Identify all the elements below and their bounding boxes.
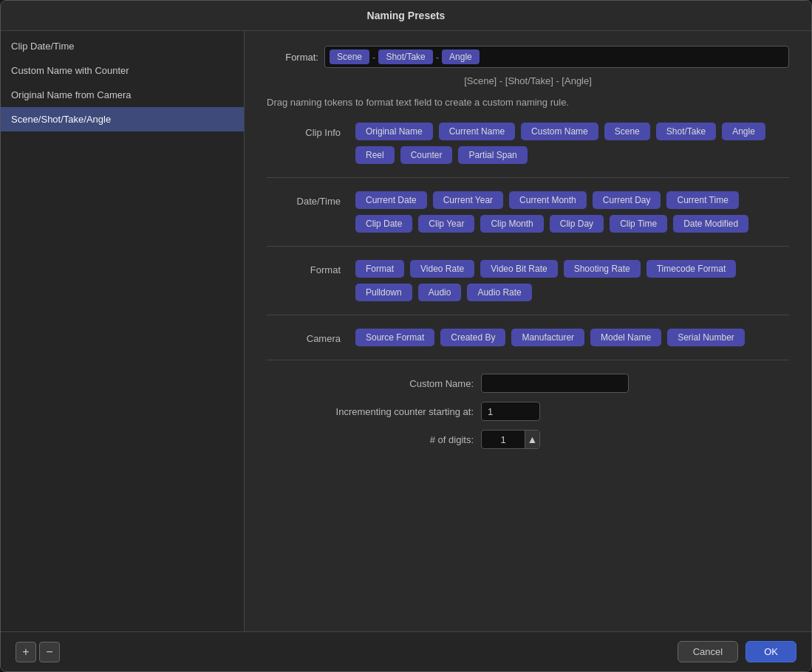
format-bar[interactable]: Scene - Shot/Take - Angle [324,46,789,68]
token-current-year[interactable]: Current Year [433,191,503,209]
sidebar-item-custom-name-counter[interactable]: Custom Name with Counter [1,58,244,83]
remove-preset-button[interactable]: − [39,642,60,662]
sidebar: Clip Date/TimeCustom Name with CounterOr… [1,31,245,631]
drag-hint: Drag naming tokens to format text field … [267,97,789,108]
format-section-label: Format [267,260,355,275]
camera-section: Camera Source Format Created By Manufact… [267,329,789,346]
counter-row: Incrementing counter starting at: [267,402,789,421]
date-time-tokens: Current Date Current Year Current Month … [355,191,789,233]
token-pulldown[interactable]: Pulldown [355,284,412,301]
token-serial-number[interactable]: Serial Number [667,329,745,346]
camera-label: Camera [267,329,355,344]
sidebar-item-original-name-camera[interactable]: Original Name from Camera [1,83,244,107]
token-current-time[interactable]: Current Time [666,191,738,209]
clip-info-tokens: Original Name Current Name Custom Name S… [355,123,789,164]
digits-label: # of digits: [267,434,474,445]
format-token-scene[interactable]: Scene [330,49,369,64]
token-source-format[interactable]: Source Format [355,329,434,346]
digits-stepper-up[interactable]: ▲ [525,431,539,448]
token-current-name[interactable]: Current Name [439,123,515,140]
format-sep-2: - [436,52,439,63]
token-audio-rate[interactable]: Audio Rate [467,284,531,301]
token-clip-date[interactable]: Clip Date [355,215,412,233]
divider-4 [267,360,789,360]
bottom-fields: Custom Name: Incrementing counter starti… [267,374,789,449]
counter-input[interactable] [481,402,540,421]
format-token-angle[interactable]: Angle [442,49,480,64]
add-preset-button[interactable]: + [16,642,36,662]
format-token-shottake[interactable]: Shot/Take [378,49,432,64]
token-custom-name[interactable]: Custom Name [521,123,598,140]
token-manufacturer[interactable]: Manufacturer [511,329,584,346]
camera-tokens: Source Format Created By Manufacturer Mo… [355,329,789,346]
footer-left: + − [16,642,60,662]
token-counter[interactable]: Counter [400,146,453,164]
naming-presets-dialog: Naming Presets Clip Date/TimeCustom Name… [0,0,812,672]
format-row: Format: Scene - Shot/Take - Angle [267,46,789,68]
token-current-day[interactable]: Current Day [593,191,661,209]
divider-1 [267,177,789,178]
main-panel: Format: Scene - Shot/Take - Angle [Scene… [245,31,811,631]
token-date-modified[interactable]: Date Modified [673,215,748,233]
token-reel[interactable]: Reel [355,146,395,164]
digits-value: 1 [482,434,525,445]
token-audio[interactable]: Audio [418,284,462,301]
token-video-rate[interactable]: Video Rate [410,260,474,278]
token-scene[interactable]: Scene [604,123,650,140]
format-tokens: Format Video Rate Video Bit Rate Shootin… [355,260,789,301]
token-clip-year[interactable]: Clip Year [418,215,474,233]
date-time-section: Date/Time Current Date Current Year Curr… [267,191,789,233]
footer-right: Cancel OK [678,641,796,662]
token-model-name[interactable]: Model Name [590,329,661,346]
token-clip-month[interactable]: Clip Month [480,215,543,233]
token-timecode-format[interactable]: Timecode Format [646,260,737,278]
ok-button[interactable]: OK [746,641,796,662]
divider-2 [267,246,789,247]
custom-name-label: Custom Name: [267,378,474,389]
sidebar-item-clip-date-time[interactable]: Clip Date/Time [1,34,244,58]
token-shooting-rate[interactable]: Shooting Rate [564,260,641,278]
sidebar-item-scene-shot-take-angle[interactable]: Scene/Shot/Take/Angle [1,107,244,131]
token-video-bit-rate[interactable]: Video Bit Rate [480,260,558,278]
token-shot-take[interactable]: Shot/Take [656,123,716,140]
counter-label: Incrementing counter starting at: [267,406,474,417]
clip-info-section: Clip Info Original Name Current Name Cus… [267,123,789,164]
token-format[interactable]: Format [355,260,404,278]
format-label: Format: [267,52,318,63]
date-time-label: Date/Time [267,191,355,207]
token-original-name[interactable]: Original Name [355,123,433,140]
token-created-by[interactable]: Created By [440,329,505,346]
token-clip-day[interactable]: Clip Day [550,215,604,233]
format-sep-1: - [372,52,375,63]
token-current-date[interactable]: Current Date [355,191,427,209]
clip-info-label: Clip Info [267,123,355,138]
token-partial-span[interactable]: Partial Span [458,146,527,164]
digits-row: # of digits: 1 ▲ [267,430,789,449]
format-preview: [Scene] - [Shot/Take] - [Angle] [267,75,789,86]
footer: + − Cancel OK [1,631,811,671]
token-angle[interactable]: Angle [722,123,765,140]
divider-3 [267,315,789,315]
format-section: Format Format Video Rate Video Bit Rate … [267,260,789,301]
dialog-content: Clip Date/TimeCustom Name with CounterOr… [1,31,811,631]
token-clip-time[interactable]: Clip Time [610,215,667,233]
token-current-month[interactable]: Current Month [509,191,587,209]
custom-name-input[interactable] [481,374,629,393]
cancel-button[interactable]: Cancel [678,641,738,662]
dialog-title: Naming Presets [1,1,811,31]
digits-stepper: 1 ▲ [481,430,540,449]
custom-name-row: Custom Name: [267,374,789,393]
